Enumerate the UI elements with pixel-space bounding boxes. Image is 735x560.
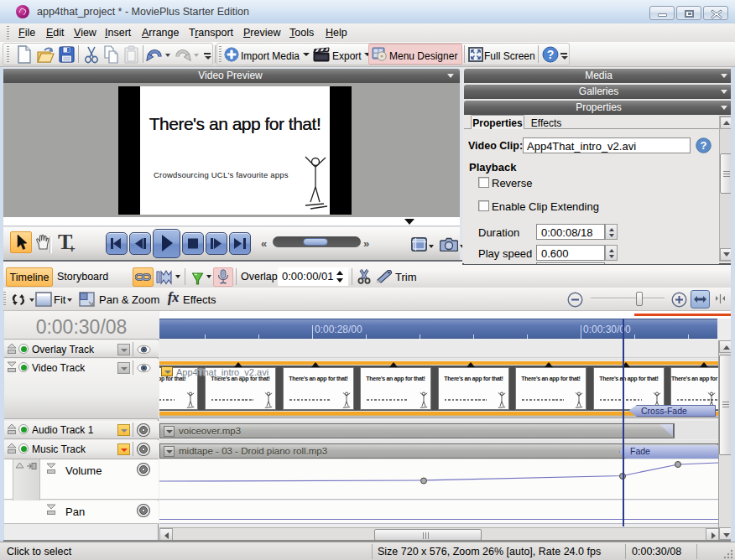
- svg-text:?: ?: [701, 139, 707, 152]
- svg-text:?: ?: [547, 48, 555, 61]
